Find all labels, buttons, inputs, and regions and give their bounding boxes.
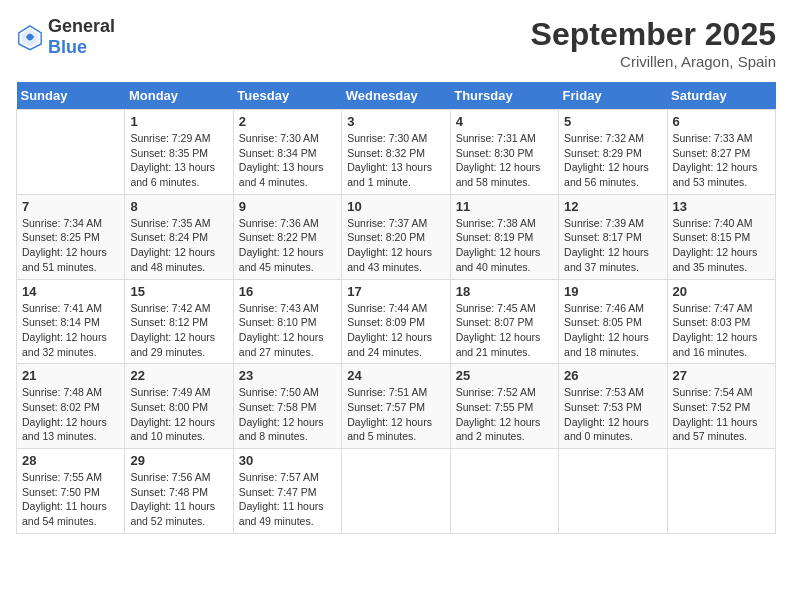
day-number: 12	[564, 199, 661, 214]
day-info: Sunrise: 7:52 AMSunset: 7:55 PMDaylight:…	[456, 385, 553, 444]
logo-general: General	[48, 16, 115, 36]
calendar-cell: 12Sunrise: 7:39 AMSunset: 8:17 PMDayligh…	[559, 194, 667, 279]
calendar-cell: 7Sunrise: 7:34 AMSunset: 8:25 PMDaylight…	[17, 194, 125, 279]
day-number: 8	[130, 199, 227, 214]
calendar-cell: 30Sunrise: 7:57 AMSunset: 7:47 PMDayligh…	[233, 449, 341, 534]
calendar-cell: 6Sunrise: 7:33 AMSunset: 8:27 PMDaylight…	[667, 110, 775, 195]
day-number: 23	[239, 368, 336, 383]
logo: General Blue	[16, 16, 115, 58]
day-info: Sunrise: 7:48 AMSunset: 8:02 PMDaylight:…	[22, 385, 119, 444]
day-info: Sunrise: 7:32 AMSunset: 8:29 PMDaylight:…	[564, 131, 661, 190]
day-number: 16	[239, 284, 336, 299]
day-number: 20	[673, 284, 770, 299]
day-info: Sunrise: 7:37 AMSunset: 8:20 PMDaylight:…	[347, 216, 444, 275]
title-block: September 2025 Crivillen, Aragon, Spain	[531, 16, 776, 70]
day-info: Sunrise: 7:30 AMSunset: 8:32 PMDaylight:…	[347, 131, 444, 190]
calendar-cell: 19Sunrise: 7:46 AMSunset: 8:05 PMDayligh…	[559, 279, 667, 364]
day-info: Sunrise: 7:57 AMSunset: 7:47 PMDaylight:…	[239, 470, 336, 529]
calendar-cell: 21Sunrise: 7:48 AMSunset: 8:02 PMDayligh…	[17, 364, 125, 449]
calendar-cell: 10Sunrise: 7:37 AMSunset: 8:20 PMDayligh…	[342, 194, 450, 279]
day-number: 6	[673, 114, 770, 129]
weekday-header-row: SundayMondayTuesdayWednesdayThursdayFrid…	[17, 82, 776, 110]
weekday-header: Saturday	[667, 82, 775, 110]
calendar-cell: 14Sunrise: 7:41 AMSunset: 8:14 PMDayligh…	[17, 279, 125, 364]
day-number: 10	[347, 199, 444, 214]
calendar-cell	[559, 449, 667, 534]
day-number: 13	[673, 199, 770, 214]
weekday-header: Sunday	[17, 82, 125, 110]
calendar-cell	[667, 449, 775, 534]
day-number: 9	[239, 199, 336, 214]
day-number: 26	[564, 368, 661, 383]
day-info: Sunrise: 7:49 AMSunset: 8:00 PMDaylight:…	[130, 385, 227, 444]
calendar-cell: 15Sunrise: 7:42 AMSunset: 8:12 PMDayligh…	[125, 279, 233, 364]
day-number: 19	[564, 284, 661, 299]
day-info: Sunrise: 7:30 AMSunset: 8:34 PMDaylight:…	[239, 131, 336, 190]
weekday-header: Tuesday	[233, 82, 341, 110]
day-info: Sunrise: 7:38 AMSunset: 8:19 PMDaylight:…	[456, 216, 553, 275]
day-number: 18	[456, 284, 553, 299]
logo-text-block: General Blue	[48, 16, 115, 58]
day-number: 7	[22, 199, 119, 214]
day-info: Sunrise: 7:31 AMSunset: 8:30 PMDaylight:…	[456, 131, 553, 190]
calendar-cell: 23Sunrise: 7:50 AMSunset: 7:58 PMDayligh…	[233, 364, 341, 449]
calendar-cell: 13Sunrise: 7:40 AMSunset: 8:15 PMDayligh…	[667, 194, 775, 279]
calendar-cell: 18Sunrise: 7:45 AMSunset: 8:07 PMDayligh…	[450, 279, 558, 364]
calendar-cell	[342, 449, 450, 534]
calendar-cell: 1Sunrise: 7:29 AMSunset: 8:35 PMDaylight…	[125, 110, 233, 195]
calendar-week-row: 1Sunrise: 7:29 AMSunset: 8:35 PMDaylight…	[17, 110, 776, 195]
calendar-cell: 2Sunrise: 7:30 AMSunset: 8:34 PMDaylight…	[233, 110, 341, 195]
day-info: Sunrise: 7:42 AMSunset: 8:12 PMDaylight:…	[130, 301, 227, 360]
calendar-cell: 25Sunrise: 7:52 AMSunset: 7:55 PMDayligh…	[450, 364, 558, 449]
day-number: 3	[347, 114, 444, 129]
calendar-table: SundayMondayTuesdayWednesdayThursdayFrid…	[16, 82, 776, 534]
day-number: 28	[22, 453, 119, 468]
day-info: Sunrise: 7:46 AMSunset: 8:05 PMDaylight:…	[564, 301, 661, 360]
day-number: 2	[239, 114, 336, 129]
day-info: Sunrise: 7:43 AMSunset: 8:10 PMDaylight:…	[239, 301, 336, 360]
day-number: 14	[22, 284, 119, 299]
calendar-week-row: 28Sunrise: 7:55 AMSunset: 7:50 PMDayligh…	[17, 449, 776, 534]
calendar-cell: 11Sunrise: 7:38 AMSunset: 8:19 PMDayligh…	[450, 194, 558, 279]
day-number: 4	[456, 114, 553, 129]
day-number: 27	[673, 368, 770, 383]
calendar-cell: 3Sunrise: 7:30 AMSunset: 8:32 PMDaylight…	[342, 110, 450, 195]
weekday-header: Thursday	[450, 82, 558, 110]
calendar-cell: 5Sunrise: 7:32 AMSunset: 8:29 PMDaylight…	[559, 110, 667, 195]
calendar-cell: 20Sunrise: 7:47 AMSunset: 8:03 PMDayligh…	[667, 279, 775, 364]
weekday-header: Wednesday	[342, 82, 450, 110]
weekday-header: Monday	[125, 82, 233, 110]
day-info: Sunrise: 7:54 AMSunset: 7:52 PMDaylight:…	[673, 385, 770, 444]
day-info: Sunrise: 7:51 AMSunset: 7:57 PMDaylight:…	[347, 385, 444, 444]
day-info: Sunrise: 7:44 AMSunset: 8:09 PMDaylight:…	[347, 301, 444, 360]
calendar-week-row: 21Sunrise: 7:48 AMSunset: 8:02 PMDayligh…	[17, 364, 776, 449]
calendar-cell: 16Sunrise: 7:43 AMSunset: 8:10 PMDayligh…	[233, 279, 341, 364]
day-info: Sunrise: 7:53 AMSunset: 7:53 PMDaylight:…	[564, 385, 661, 444]
day-number: 25	[456, 368, 553, 383]
calendar-cell: 27Sunrise: 7:54 AMSunset: 7:52 PMDayligh…	[667, 364, 775, 449]
calendar-cell	[17, 110, 125, 195]
weekday-header: Friday	[559, 82, 667, 110]
calendar-cell: 28Sunrise: 7:55 AMSunset: 7:50 PMDayligh…	[17, 449, 125, 534]
day-info: Sunrise: 7:39 AMSunset: 8:17 PMDaylight:…	[564, 216, 661, 275]
calendar-cell: 8Sunrise: 7:35 AMSunset: 8:24 PMDaylight…	[125, 194, 233, 279]
calendar-week-row: 14Sunrise: 7:41 AMSunset: 8:14 PMDayligh…	[17, 279, 776, 364]
day-info: Sunrise: 7:34 AMSunset: 8:25 PMDaylight:…	[22, 216, 119, 275]
day-number: 1	[130, 114, 227, 129]
calendar-cell: 26Sunrise: 7:53 AMSunset: 7:53 PMDayligh…	[559, 364, 667, 449]
day-info: Sunrise: 7:33 AMSunset: 8:27 PMDaylight:…	[673, 131, 770, 190]
location-title: Crivillen, Aragon, Spain	[531, 53, 776, 70]
calendar-cell	[450, 449, 558, 534]
calendar-cell: 24Sunrise: 7:51 AMSunset: 7:57 PMDayligh…	[342, 364, 450, 449]
month-title: September 2025	[531, 16, 776, 53]
day-info: Sunrise: 7:41 AMSunset: 8:14 PMDaylight:…	[22, 301, 119, 360]
calendar-cell: 17Sunrise: 7:44 AMSunset: 8:09 PMDayligh…	[342, 279, 450, 364]
day-info: Sunrise: 7:50 AMSunset: 7:58 PMDaylight:…	[239, 385, 336, 444]
day-info: Sunrise: 7:55 AMSunset: 7:50 PMDaylight:…	[22, 470, 119, 529]
day-info: Sunrise: 7:36 AMSunset: 8:22 PMDaylight:…	[239, 216, 336, 275]
logo-icon	[16, 23, 44, 51]
day-info: Sunrise: 7:45 AMSunset: 8:07 PMDaylight:…	[456, 301, 553, 360]
day-number: 15	[130, 284, 227, 299]
calendar-cell: 29Sunrise: 7:56 AMSunset: 7:48 PMDayligh…	[125, 449, 233, 534]
day-number: 24	[347, 368, 444, 383]
